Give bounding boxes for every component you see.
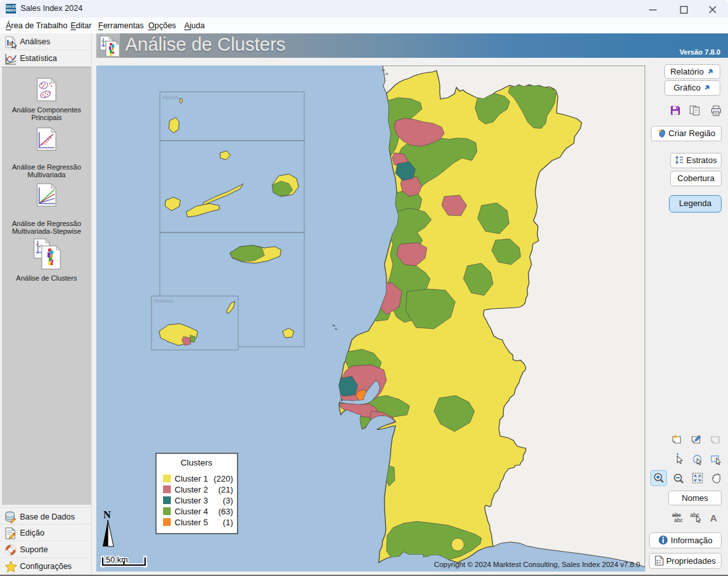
- svg-text:Madeira: Madeira: [154, 298, 173, 304]
- svg-text:Cluster 2: Cluster 2: [175, 485, 208, 494]
- svg-text:Copyright © 2024 Marktest Cons: Copyright © 2024 Marktest Consulting, Sa…: [434, 561, 640, 568]
- svg-text:(3): (3): [223, 496, 233, 505]
- svg-text:Clusters: Clusters: [180, 458, 212, 467]
- svg-text:abc: abc: [674, 517, 683, 523]
- svg-text:Cluster 3: Cluster 3: [175, 496, 208, 505]
- svg-text:Açores: Açores: [162, 94, 178, 100]
- svg-text:(63): (63): [218, 507, 233, 516]
- svg-text:(1): (1): [223, 518, 233, 527]
- svg-text:(21): (21): [218, 485, 233, 494]
- svg-text:(220): (220): [214, 474, 233, 484]
- svg-text:Cluster 4: Cluster 4: [175, 507, 208, 516]
- svg-text:Cluster 5: Cluster 5: [175, 518, 208, 527]
- svg-text:Cluster 1: Cluster 1: [175, 474, 208, 484]
- svg-text:N: N: [103, 509, 111, 520]
